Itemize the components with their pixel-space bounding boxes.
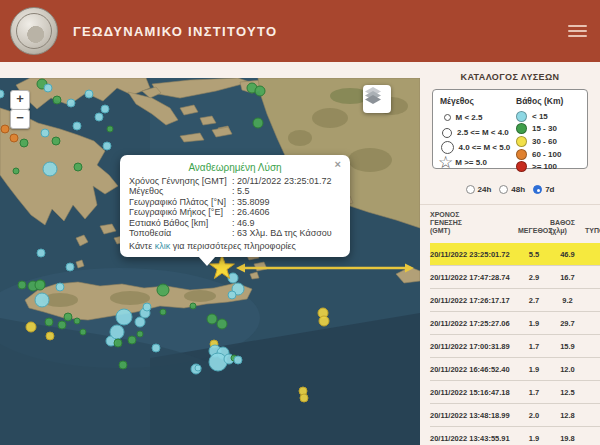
popup-field: Μέγεθος: 5.5 [129, 186, 341, 196]
earthquake-marker[interactable] [52, 137, 60, 145]
map-layers-button[interactable] [363, 85, 391, 113]
earthquake-marker[interactable] [20, 139, 28, 147]
popup-field: Χρόνος Γέννησης [GMT]: 20/11/2022 23:25:… [129, 176, 341, 186]
earthquake-marker[interactable] [217, 319, 227, 329]
table-cell: 2.0 [518, 411, 550, 420]
table-cell: 20/11/2022 17:47:28.74 [430, 273, 518, 282]
table-cell: 29.7 [550, 319, 585, 328]
table-row[interactable]: 20/11/2022 13:43:55.911.919.8 [430, 427, 600, 445]
popup-footer: Κάντε κλικ για περισσότερες πληροφορίες [129, 241, 341, 251]
table-row[interactable]: 20/11/2022 17:25:27.061.929.7 [430, 312, 600, 335]
column-header: ΜΕΓΕΘΟΣ [518, 227, 550, 235]
table-cell: 2.7 [518, 296, 550, 305]
earthquake-marker[interactable] [253, 118, 263, 128]
earthquake-marker[interactable] [44, 84, 52, 92]
earthquake-marker[interactable] [45, 318, 53, 326]
earthquake-marker[interactable] [0, 90, 4, 98]
popup-close-icon[interactable]: × [335, 158, 341, 170]
earthquake-marker[interactable] [1, 125, 9, 133]
magnitude-circle-icon [442, 128, 452, 138]
filter-48h[interactable]: 48h [499, 185, 525, 194]
earthquake-marker[interactable] [85, 90, 93, 98]
earthquake-marker[interactable] [319, 316, 329, 326]
table-row[interactable]: 20/11/2022 17:00:31.891.715.9 [430, 335, 600, 358]
popup-more-info-link[interactable]: κλικ [155, 241, 171, 251]
earthquake-marker[interactable] [137, 331, 143, 337]
earthquake-marker[interactable] [234, 356, 242, 364]
table-row[interactable]: 20/11/2022 15:16:47.181.712.5 [430, 381, 600, 404]
popup-field: Τοποθεσία: 63 Χλμ. ΒΔ της Κάσσου [129, 228, 341, 238]
earthquake-marker[interactable] [143, 303, 151, 311]
earthquake-marker[interactable] [128, 336, 136, 344]
table-cell: 19.8 [550, 434, 585, 443]
earthquake-marker[interactable] [135, 317, 145, 327]
earthquake-marker[interactable] [152, 344, 160, 352]
table-cell: 1.9 [518, 365, 550, 374]
earthquake-marker[interactable] [43, 162, 57, 176]
earthquake-marker[interactable] [67, 99, 75, 107]
earthquake-marker[interactable] [56, 283, 64, 291]
earthquake-marker[interactable] [41, 129, 49, 137]
earthquake-marker[interactable] [114, 339, 122, 347]
earthquake-marker[interactable] [58, 321, 66, 329]
hamburger-menu-icon[interactable] [568, 25, 587, 37]
earthquake-marker[interactable] [13, 168, 19, 174]
table-row[interactable]: 20/11/2022 13:48:18.992.012.8 [430, 404, 600, 427]
legend-magnitude-item: ☆M >= 5.0 [440, 155, 516, 170]
filter-7d[interactable]: 7d [533, 185, 554, 194]
map-zoom-in-button[interactable]: + [10, 90, 30, 110]
earthquake-marker[interactable] [107, 126, 113, 132]
table-row[interactable]: 20/11/2022 17:26:17.172.79.2 [430, 289, 600, 312]
earthquake-marker[interactable] [35, 293, 49, 307]
earthquake-marker[interactable] [157, 284, 169, 296]
legend-depth-item: 30 - 60 [516, 135, 582, 148]
earthquake-marker[interactable] [74, 163, 82, 171]
earthquake-marker[interactable] [255, 86, 265, 96]
table-cell: 20/11/2022 15:16:47.18 [430, 388, 518, 397]
earthquake-marker[interactable] [10, 134, 18, 142]
earthquake-marker[interactable] [207, 314, 217, 324]
earthquake-marker[interactable] [110, 325, 124, 339]
legend-depth-item: 60 - 100 [516, 148, 582, 161]
earthquake-marker[interactable] [37, 249, 45, 257]
table-row[interactable]: 20/11/2022 23:25:01.725.546.9 [430, 243, 600, 266]
table-cell: 2.9 [518, 273, 550, 282]
earthquake-marker[interactable] [160, 309, 166, 315]
earthquake-marker[interactable] [190, 303, 196, 309]
earthquake-marker[interactable] [46, 332, 54, 340]
earthquake-marker[interactable] [35, 280, 45, 290]
popup-field-value: : 5.5 [232, 186, 341, 196]
table-row[interactable]: 20/11/2022 16:46:52.401.912.0 [430, 358, 600, 381]
earthquake-marker[interactable] [103, 142, 111, 150]
popup-field: Εστιακό Βάθος [km]: 46.9 [129, 218, 341, 228]
earthquake-map[interactable]: + − × Αναθεωρημένη Λύση Χρόνος Γέννησης … [0, 78, 420, 445]
radio-icon[interactable] [499, 185, 508, 194]
earthquake-marker[interactable] [300, 394, 308, 402]
table-cell: 20/11/2022 17:00:31.89 [430, 342, 518, 351]
earthquake-marker[interactable] [119, 361, 127, 369]
earthquake-marker[interactable] [228, 291, 236, 299]
earthquake-marker[interactable] [209, 353, 227, 371]
legend-label: 4.0 <= M < 5.0 [459, 143, 511, 152]
earthquake-marker[interactable] [80, 329, 86, 335]
earthquake-marker[interactable] [66, 263, 74, 271]
earthquake-marker[interactable] [18, 281, 26, 289]
earthquake-marker[interactable] [53, 96, 61, 104]
radio-icon[interactable] [466, 185, 475, 194]
earthquake-marker[interactable] [74, 318, 80, 324]
filter-24h[interactable]: 24h [466, 185, 492, 194]
earthquake-marker[interactable] [116, 309, 132, 325]
radio-icon[interactable] [533, 185, 542, 194]
layers-icon [363, 85, 383, 105]
earthquake-marker[interactable] [73, 122, 81, 130]
map-zoom-out-button[interactable]: − [10, 109, 30, 129]
earthquake-marker[interactable] [101, 105, 109, 113]
table-cell: 20/11/2022 23:25:01.72 [430, 250, 518, 259]
table-row[interactable]: 20/11/2022 17:47:28.742.916.7 [430, 266, 600, 289]
earthquake-marker[interactable] [64, 313, 72, 321]
earthquake-marker[interactable] [95, 113, 103, 121]
legend-label: 15 - 30 [532, 124, 557, 133]
earthquake-marker[interactable] [195, 365, 201, 371]
table-cell: 20/11/2022 16:46:52.40 [430, 365, 518, 374]
earthquake-marker[interactable] [26, 322, 36, 332]
